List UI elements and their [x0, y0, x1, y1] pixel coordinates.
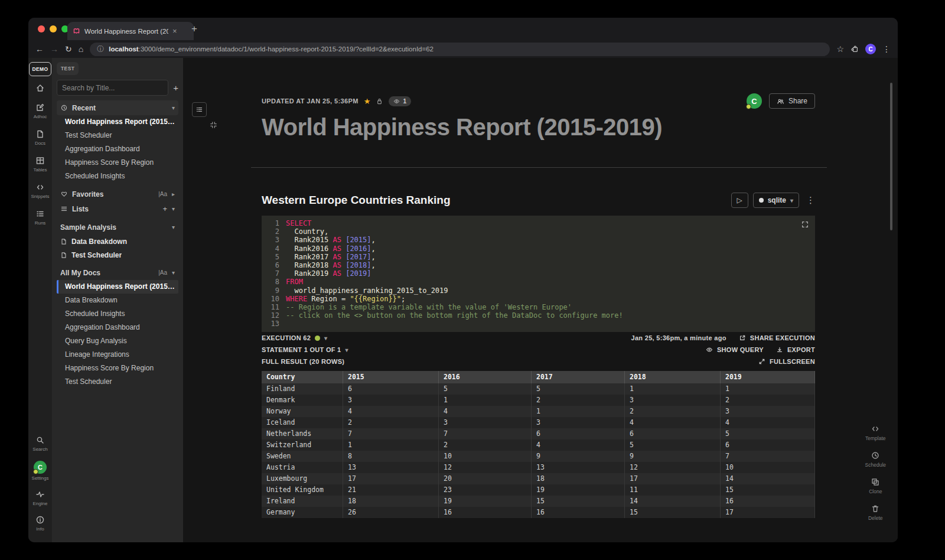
section-favorites[interactable]: Favorites |Aa▸ [57, 187, 178, 201]
column-header[interactable]: 2018 [625, 371, 721, 383]
chevron-down-icon[interactable]: ▾ [172, 224, 175, 230]
chevron-down-icon[interactable]: ▾ [324, 335, 327, 341]
doc-list-item[interactable]: Data Breakdown [57, 235, 178, 248]
sidebar-item-tables[interactable]: Tables [33, 156, 47, 172]
list-item[interactable]: Happiness Score By Region [57, 362, 178, 375]
column-header[interactable]: 2015 [343, 371, 439, 383]
list-item[interactable]: Test Scheduler [57, 375, 178, 389]
chevron-down-icon[interactable]: ▾ [172, 206, 175, 212]
recent-list: World Happiness Report (2015-2019)Test S… [57, 115, 178, 183]
share-button[interactable]: Share [769, 93, 815, 109]
list-item[interactable]: World Happiness Report (2015-2019) [57, 115, 178, 129]
env-tab-test[interactable]: TEST [57, 62, 79, 75]
list-item[interactable]: World Happiness Report (2015-2019) [57, 280, 178, 294]
browser-toolbar: ← → ↻ ⌂ ⓘ localhost:3000/demo_environmen… [28, 40, 898, 58]
list-item[interactable]: Aggregation Dashboard [57, 142, 178, 156]
share-execution-button[interactable]: SHARE EXECUTION [750, 334, 815, 341]
settings-button[interactable]: C Settings [32, 461, 49, 481]
search-button[interactable]: Search [32, 435, 47, 452]
query-editor[interactable]: 1SELECT2 Country,3 Rank2015 AS [2015],4 … [262, 216, 815, 332]
code-line: 11-- Region is a template variable with … [262, 303, 815, 311]
list-item[interactable]: Query Bug Analysis [57, 334, 178, 348]
delete-button[interactable]: Delete [868, 504, 883, 521]
engine-selector[interactable]: sqlite ▾ [753, 193, 799, 208]
scrollbar-thumb[interactable] [890, 83, 892, 230]
cell-title[interactable]: Western Europe Countries Ranking [262, 194, 451, 207]
lock-icon[interactable] [376, 97, 383, 105]
doc-list-item[interactable]: Test Scheduler [57, 248, 178, 262]
chevron-right-icon[interactable]: ▸ [172, 191, 175, 197]
section-all-my-docs[interactable]: All My Docs |Aa▾ [57, 265, 178, 280]
list-item[interactable]: Happiness Score By Region [57, 156, 178, 170]
table-row: Netherlands77665 [262, 428, 815, 439]
column-header[interactable]: 2017 [532, 371, 625, 383]
tab-close-icon[interactable]: × [172, 27, 177, 35]
browser-tabstrip: World Happiness Report (2015-2019) × + [28, 18, 898, 40]
reload-icon[interactable]: ↻ [65, 45, 72, 53]
section-recent[interactable]: Recent ▾ [57, 100, 178, 115]
chevron-down-icon[interactable]: ▾ [346, 347, 348, 353]
list-item[interactable]: Test Scheduler [57, 129, 178, 142]
export-button[interactable]: EXPORT [787, 346, 815, 353]
sort-alpha-icon[interactable]: |Aa [158, 191, 167, 197]
execution-label[interactable]: EXECUTION 62 [262, 334, 311, 341]
new-tab-button[interactable]: + [191, 23, 197, 35]
table-cell: 1 [721, 383, 815, 395]
extensions-puzzle-icon[interactable] [850, 45, 859, 53]
column-header[interactable]: Country [262, 371, 343, 383]
home-nav-icon[interactable] [35, 83, 45, 93]
chevron-down-icon[interactable]: ▾ [172, 269, 175, 276]
result-table[interactable]: Country20152016201720182019 Finland65511… [262, 371, 815, 520]
list-item[interactable]: Data Breakdown [57, 294, 178, 307]
new-doc-plus-icon[interactable]: + [173, 83, 178, 93]
sort-alpha-icon[interactable]: |Aa [158, 269, 167, 276]
env-tab-demo[interactable]: DEMO [29, 62, 51, 76]
bookmark-star-icon[interactable]: ☆ [836, 44, 844, 54]
list-item[interactable]: Lineage Integrations [57, 348, 178, 362]
cell-menu-kebab-icon[interactable]: ⋮ [806, 195, 815, 206]
section-lists[interactable]: Lists +▾ [57, 201, 178, 216]
clone-button[interactable]: Clone [869, 477, 882, 494]
column-header[interactable]: 2016 [439, 371, 532, 383]
list-item[interactable]: Scheduled Insights [57, 170, 178, 183]
address-bar[interactable]: ⓘ localhost:3000/demo_environment/datado… [90, 43, 830, 56]
sidebar-item-runs[interactable]: Runs [35, 209, 46, 226]
template-button[interactable]: Template [865, 424, 886, 441]
browser-tab[interactable]: World Happiness Report (2015-2019) × [67, 22, 194, 40]
home-icon[interactable]: ⌂ [79, 45, 83, 53]
forward-icon[interactable]: → [50, 45, 58, 53]
browser-profile-avatar[interactable]: C [865, 44, 876, 54]
show-query-button[interactable]: SHOW QUERY [717, 346, 764, 353]
table-of-contents-button[interactable] [192, 102, 207, 117]
info-button[interactable]: Info [35, 515, 45, 532]
statement-label[interactable]: STATEMENT 1 OUT OF 1 [262, 346, 341, 353]
favorite-star-icon[interactable]: ★ [364, 97, 371, 106]
sidebar-item-snippets[interactable]: Snippets [31, 183, 49, 199]
schedule-button[interactable]: Schedule [865, 451, 886, 468]
code-line: 8FROM [262, 278, 815, 286]
list-item[interactable]: Scheduled Insights [57, 307, 178, 321]
back-icon[interactable]: ← [35, 45, 44, 53]
site-info-icon[interactable]: ⓘ [97, 44, 104, 54]
document-icon [60, 252, 67, 259]
fullscreen-button[interactable]: FULLSCREEN [770, 358, 815, 365]
engine-status-button[interactable]: Engine [33, 490, 48, 506]
column-header[interactable]: 2019 [721, 371, 815, 383]
run-query-button[interactable]: ▷ [731, 193, 748, 208]
sidebar-item-docs[interactable]: Docs [35, 129, 45, 146]
doc-owner-avatar[interactable]: C [747, 93, 762, 109]
table-cell: 14 [721, 473, 815, 484]
collapse-cells-button[interactable] [209, 121, 218, 129]
expand-editor-icon[interactable] [801, 220, 809, 229]
viewer-count-badge[interactable]: 1 [389, 96, 411, 106]
section-sample-analysis[interactable]: Sample Analysis ▾ [57, 220, 178, 235]
search-input[interactable] [57, 80, 168, 96]
sidebar-item-adhoc[interactable]: Adhoc [34, 103, 47, 119]
page-title[interactable]: World Happiness Report (2015-2019) [262, 114, 662, 141]
list-item[interactable]: Aggregation Dashboard [57, 321, 178, 334]
browser-menu-kebab-icon[interactable]: ⋮ [882, 44, 891, 54]
add-list-plus-icon[interactable]: + [162, 204, 167, 213]
close-window-button[interactable] [38, 25, 45, 32]
chevron-down-icon[interactable]: ▾ [172, 105, 175, 111]
minimize-window-button[interactable] [50, 25, 57, 32]
